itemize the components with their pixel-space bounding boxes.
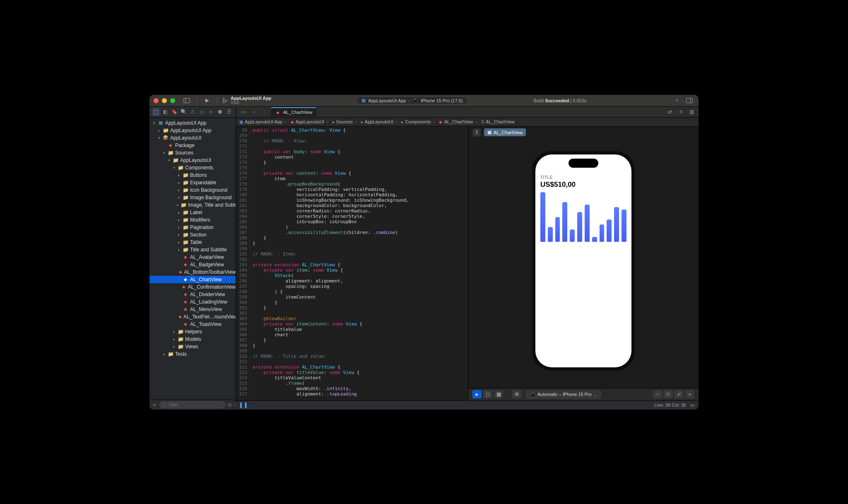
disclosure-icon[interactable]: ▸ <box>177 188 181 192</box>
tree-row[interactable]: AL_ChartView <box>149 276 236 283</box>
zoom-out-button[interactable]: − <box>653 390 662 398</box>
disclosure-icon[interactable]: ▾ <box>152 121 156 125</box>
disclosure-icon[interactable]: ▾ <box>162 151 166 155</box>
source-control-navigator-tab[interactable]: ◧ <box>161 108 169 116</box>
project-navigator-tab[interactable] <box>152 108 160 116</box>
tree-row[interactable]: ▸Label <box>149 209 236 216</box>
tree-row[interactable]: AL_BadgeView <box>149 261 236 268</box>
nav-forward-button[interactable]: › <box>260 108 269 116</box>
bookmark-navigator-tab[interactable]: 🔖 <box>170 108 178 116</box>
report-navigator-tab[interactable]: ☰ <box>225 108 233 116</box>
disclosure-icon[interactable]: ▸ <box>177 225 181 229</box>
disclosure-icon[interactable]: ▸ <box>177 181 181 185</box>
tree-row[interactable]: ▸Views <box>149 343 236 350</box>
tree-row[interactable]: ▸Buttons <box>149 171 236 179</box>
find-navigator-tab[interactable]: 🔍 <box>179 108 188 116</box>
add-file-button[interactable]: ＋ <box>152 401 157 408</box>
tree-row[interactable]: ▸Modifiers <box>149 216 236 224</box>
editor-options-button[interactable]: ⇄ <box>665 108 675 116</box>
run-button[interactable] <box>202 96 212 105</box>
code-content[interactable]: public struct AL_ChartView: View { // MA… <box>250 127 468 400</box>
debug-navigator-tab[interactable]: ⎋ <box>207 108 215 116</box>
tree-row[interactable]: AL_DividerView <box>149 291 236 298</box>
tree-row[interactable]: ▸Helpers <box>149 328 236 335</box>
disclosure-icon[interactable]: ▸ <box>177 248 181 252</box>
tree-row[interactable]: ▸Pagination <box>149 224 236 231</box>
tree-row[interactable]: ▸AppLayoutsUI App <box>149 127 236 134</box>
live-preview-button[interactable]: ▸ <box>472 390 482 398</box>
disclosure-icon[interactable]: ▸ <box>177 233 181 237</box>
disclosure-icon[interactable]: ▾ <box>167 158 171 162</box>
add-editor-button[interactable]: ▥ <box>687 108 696 116</box>
breadcrumb-item[interactable]: ▸AppLayoutsUI <box>353 119 393 124</box>
tree-row[interactable]: AL_BottomToolbarView <box>149 268 236 276</box>
breadcrumb-item[interactable]: SAL_ChartView <box>473 119 515 124</box>
related-items-button[interactable]: ▭ <box>238 108 248 116</box>
tree-row[interactable]: AL_AvatarView <box>149 253 236 261</box>
jump-bar[interactable]: ▦AppLayoutsUI App◆AppLayoutsUI▸Sources▸A… <box>236 118 699 127</box>
disclosure-icon[interactable]: ▸ <box>162 352 166 356</box>
tree-row[interactable]: ▾Components <box>149 164 236 171</box>
tree-row[interactable]: ▸Table <box>149 239 236 246</box>
recent-filter-icon[interactable]: ◷ <box>228 402 232 408</box>
breadcrumb-item[interactable]: ▦AppLayoutsUI App <box>239 119 282 124</box>
disclosure-icon[interactable]: ▸ <box>177 173 181 177</box>
toggle-debug-area-icon[interactable]: ▭ <box>690 403 694 408</box>
editor-tab[interactable]: AL_ChartView <box>271 107 316 116</box>
filter-input[interactable] <box>159 401 225 408</box>
zoom-window-button[interactable] <box>170 98 175 103</box>
add-button[interactable]: ＋ <box>672 96 682 105</box>
tree-row[interactable]: AL_ConfirmationView <box>149 283 236 291</box>
issue-navigator-tab[interactable]: ⚠ <box>188 108 197 116</box>
tree-row[interactable]: ▸Title and Subtitle <box>149 246 236 253</box>
debug-console-icon[interactable]: ▌▐ <box>240 403 247 408</box>
tree-row[interactable]: Package <box>149 142 236 149</box>
tree-row[interactable]: ▸Icon Background <box>149 186 236 194</box>
tree-row[interactable]: ▸Image, Title and Subtitle <box>149 201 236 209</box>
tree-row[interactable]: ▸Models <box>149 335 236 343</box>
zoom-actual-button[interactable]: ⦾ <box>664 390 673 398</box>
library-button[interactable] <box>684 96 694 105</box>
tree-row[interactable]: AL_LoadingView <box>149 298 236 306</box>
adjust-editor-button[interactable]: ≡ <box>676 108 685 116</box>
breakpoint-navigator-tab[interactable]: ⬣ <box>216 108 224 116</box>
scheme-branch[interactable]: AppLayoutsUI App main <box>222 96 272 105</box>
tree-row[interactable]: ▸Image Background <box>149 194 236 201</box>
tree-row[interactable]: AL_ToastView <box>149 321 236 328</box>
toggle-navigator-icon[interactable] <box>182 96 192 105</box>
disclosure-icon[interactable]: ▾ <box>157 136 161 140</box>
source-editor[interactable]: 39 269 270 271 272 273 274 275 276 277 2… <box>236 127 468 400</box>
selectable-preview-button[interactable]: ◻ <box>483 390 492 398</box>
tree-row[interactable]: ▾Sources <box>149 149 236 157</box>
tree-row[interactable]: ▾AppLayoutsUI <box>149 157 236 164</box>
disclosure-icon[interactable]: ▸ <box>177 240 181 244</box>
breadcrumb-item[interactable]: ◆AL_ChartView <box>431 119 473 124</box>
tree-row[interactable]: ▸Expandable <box>149 179 236 186</box>
variants-button[interactable]: ▦ <box>494 390 503 398</box>
tree-row[interactable]: ▸Section <box>149 231 236 239</box>
disclosure-icon[interactable]: ▸ <box>177 195 181 200</box>
minimize-window-button[interactable] <box>162 98 167 103</box>
preview-device-selector[interactable]: 📱Automatic – iPhone 15 Pro⌄ <box>526 391 601 398</box>
scheme-selector[interactable]: ▦ AppLayoutsUI App › 📱 iPhone 15 Pro (17… <box>357 96 467 104</box>
tree-row[interactable]: ▾AppLayoutsUI <box>149 134 236 142</box>
disclosure-icon[interactable]: ▾ <box>172 166 176 170</box>
filter-scope-icon[interactable]: ◌ <box>162 402 166 407</box>
tree-row[interactable]: ▾AppLayoutsUI App <box>149 119 236 127</box>
nav-back-button[interactable]: ‹ <box>249 108 258 116</box>
breadcrumb-item[interactable]: ▸Components <box>393 119 431 124</box>
disclosure-icon[interactable]: ▸ <box>177 203 179 207</box>
disclosure-icon[interactable]: ▸ <box>177 210 181 215</box>
device-screen[interactable]: TITLE US$510,00 <box>535 154 631 367</box>
disclosure-icon[interactable]: ▸ <box>172 337 176 341</box>
device-settings-button[interactable]: ⚙ <box>512 390 521 398</box>
tree-row[interactable]: ▸Tests <box>149 350 236 358</box>
zoom-in-button[interactable]: ＋ <box>685 390 694 398</box>
breadcrumb-item[interactable]: ▸Sources <box>324 119 353 124</box>
breadcrumb-item[interactable]: ◆AppLayoutsUI <box>282 119 324 124</box>
test-navigator-tab[interactable]: ◇ <box>198 108 206 116</box>
tree-row[interactable]: AL_MenuView <box>149 306 236 313</box>
zoom-fit-button[interactable]: ⤢ <box>675 390 684 398</box>
disclosure-icon[interactable]: ▸ <box>172 330 176 334</box>
project-tree[interactable]: ▾AppLayoutsUI App▸AppLayoutsUI App▾AppLa… <box>149 118 236 400</box>
